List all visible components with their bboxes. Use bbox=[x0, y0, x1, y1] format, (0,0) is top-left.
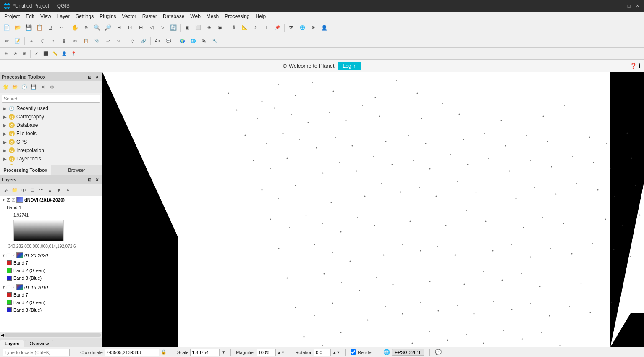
render-checkbox[interactable] bbox=[351, 349, 356, 355]
filter-layers[interactable]: ⊟ bbox=[28, 186, 37, 194]
toolbox-new-icon[interactable]: 🌟 bbox=[2, 83, 10, 92]
close-layers-icon[interactable]: ✕ bbox=[94, 176, 100, 183]
zoom-full-button[interactable]: ⊞ bbox=[114, 23, 124, 33]
zoom-in-button[interactable]: 🔍 bbox=[92, 23, 102, 33]
maximize-button[interactable]: □ bbox=[626, 3, 632, 9]
menu-raster[interactable]: Raster bbox=[140, 13, 160, 20]
tab-processing-toolbox[interactable]: Processing Toolbox bbox=[0, 165, 51, 175]
undo2-button[interactable]: ↩ bbox=[103, 36, 113, 46]
close-button[interactable]: ✕ bbox=[634, 3, 641, 9]
float-layers-icon[interactable]: ⊡ bbox=[86, 176, 93, 183]
snap2-button[interactable]: ⊗ bbox=[11, 50, 19, 58]
statistics-button[interactable]: Σ bbox=[251, 23, 261, 33]
save-as-button[interactable]: 📋 bbox=[34, 23, 45, 33]
open-project-button[interactable]: 📂 bbox=[13, 23, 23, 33]
remove-layer[interactable]: ✕ bbox=[63, 186, 72, 194]
lock-icon[interactable]: 🔒 bbox=[161, 349, 167, 355]
menu-database[interactable]: Database bbox=[160, 13, 187, 20]
digitize-button[interactable]: ✏ bbox=[2, 36, 12, 46]
tree-gps[interactable]: ▶ Q GPS bbox=[0, 138, 102, 146]
more-options[interactable]: ⋯ bbox=[37, 186, 45, 194]
measure-button[interactable]: 📐 bbox=[240, 23, 250, 33]
toolbox-settings-icon[interactable]: ⚙ bbox=[48, 83, 56, 92]
scale-dropdown-icon[interactable]: ▼ bbox=[221, 350, 225, 354]
coordinate-input[interactable] bbox=[105, 349, 159, 356]
scroll-track[interactable] bbox=[4, 333, 101, 337]
globe3-button[interactable]: 🌐 bbox=[188, 36, 198, 46]
zoom-next[interactable]: ▷ bbox=[157, 23, 168, 33]
move-button[interactable]: ↕ bbox=[48, 36, 58, 46]
tree-interpolation[interactable]: ▶ Q Interpolation bbox=[0, 146, 102, 155]
map-area[interactable] bbox=[102, 72, 644, 347]
new-project-button[interactable]: 📄 bbox=[2, 23, 12, 33]
locator-input[interactable] bbox=[3, 349, 70, 356]
pan-button[interactable]: ✋ bbox=[70, 23, 80, 33]
tab-overview[interactable]: Overview bbox=[25, 340, 53, 347]
pan-to-selection[interactable]: ⊕ bbox=[81, 23, 91, 33]
tab-layers[interactable]: Layers bbox=[0, 340, 24, 347]
print-button[interactable]: 🖨 bbox=[45, 23, 55, 33]
zoom-layer[interactable]: ⊟ bbox=[136, 23, 146, 33]
profile-button[interactable]: 👤 bbox=[319, 23, 329, 33]
menu-view[interactable]: View bbox=[38, 13, 54, 20]
deselect-button[interactable]: ⬜ bbox=[193, 23, 203, 33]
search-input[interactable] bbox=[2, 94, 100, 103]
close-panel-icon[interactable]: ✕ bbox=[94, 74, 100, 80]
satellite-button[interactable]: 🛰 bbox=[199, 36, 209, 46]
menu-help[interactable]: Help bbox=[253, 13, 269, 20]
info-icon[interactable]: ℹ bbox=[639, 63, 641, 69]
snap3-button[interactable]: ⊞ bbox=[20, 50, 29, 58]
vis-checkbox-2020[interactable]: ☐ bbox=[6, 253, 10, 258]
tree-recently-used[interactable]: ▶ 🕐 Recently used bbox=[0, 104, 102, 113]
magnifier-input[interactable] bbox=[257, 349, 276, 356]
menu-layer[interactable]: Layer bbox=[55, 13, 72, 20]
rotation-spinner[interactable]: ▲▼ bbox=[332, 350, 340, 354]
add-polygon-button[interactable]: ⬡ bbox=[37, 36, 47, 46]
toolbox-save-icon[interactable]: 💾 bbox=[29, 83, 38, 92]
annotation-button[interactable]: 💬 bbox=[163, 36, 173, 46]
snap-button[interactable]: ⊕ bbox=[2, 50, 10, 58]
label-tools[interactable]: Aa bbox=[152, 36, 162, 46]
identify-button[interactable]: ℹ bbox=[229, 23, 239, 33]
user-button[interactable]: 👤 bbox=[60, 50, 68, 58]
layer-01-15-2010[interactable]: ▼ ☐ ☑ 01-15-2010 bbox=[0, 284, 102, 291]
tree-database[interactable]: ▶ Q Database bbox=[0, 121, 102, 129]
copy-button[interactable]: 📋 bbox=[81, 36, 91, 46]
move-up[interactable]: ▲ bbox=[46, 186, 54, 194]
menu-web[interactable]: Web bbox=[188, 13, 203, 20]
open-layer-style[interactable]: 🖌 bbox=[2, 186, 10, 194]
undo-button[interactable]: ⤺ bbox=[56, 23, 66, 33]
menu-project[interactable]: Project bbox=[2, 13, 22, 20]
measure2-button[interactable]: 📏 bbox=[51, 50, 59, 58]
save-project-button[interactable]: 💾 bbox=[24, 23, 34, 33]
select-location[interactable]: ◈ bbox=[204, 23, 214, 33]
scroll-left-btn[interactable]: ◀ bbox=[1, 333, 4, 337]
delete-button[interactable]: 🗑 bbox=[59, 36, 69, 46]
messages-icon[interactable]: 💬 bbox=[435, 349, 442, 355]
refresh-button[interactable]: 🔄 bbox=[168, 23, 178, 33]
plugin-button[interactable]: 🔧 bbox=[210, 36, 220, 46]
menu-vector[interactable]: Vector bbox=[120, 13, 139, 20]
zoom-out-button[interactable]: 🔎 bbox=[103, 23, 113, 33]
pin2-button[interactable]: 📍 bbox=[69, 50, 78, 58]
horizontal-scrollbar[interactable]: ◀ bbox=[0, 332, 102, 338]
pin-button[interactable]: 📌 bbox=[272, 23, 283, 33]
zoom-last[interactable]: ◁ bbox=[147, 23, 157, 33]
tree-layer-tools[interactable]: ▶ Q Layer tools bbox=[0, 155, 102, 163]
select-features[interactable]: ▣ bbox=[182, 23, 192, 33]
layer-dndvi[interactable]: ▼ ☑ ☑ dNDVI (2010-2020) bbox=[0, 196, 102, 204]
tree-file-tools[interactable]: ▶ Q File tools bbox=[0, 129, 102, 138]
rotation-input[interactable] bbox=[314, 349, 331, 356]
vis-checkbox-2010[interactable]: ☐ bbox=[6, 285, 10, 290]
show-tips[interactable]: 👁 bbox=[19, 186, 28, 194]
add-group[interactable]: 📁 bbox=[10, 186, 19, 194]
tree-cartography[interactable]: ▶ Q Cartography bbox=[0, 113, 102, 121]
globe2-button[interactable]: 🌍 bbox=[177, 36, 187, 46]
magnifier-spinner-up[interactable]: ▲▼ bbox=[277, 350, 285, 354]
redo-button[interactable]: ↪ bbox=[114, 36, 124, 46]
minimize-button[interactable]: ─ bbox=[617, 3, 624, 9]
tab-browser[interactable]: Browser bbox=[51, 165, 102, 175]
zoom-selection[interactable]: ⊡ bbox=[125, 23, 135, 33]
visibility-checkbox[interactable]: ☑ bbox=[6, 197, 10, 203]
select-radius[interactable]: ◉ bbox=[215, 23, 225, 33]
